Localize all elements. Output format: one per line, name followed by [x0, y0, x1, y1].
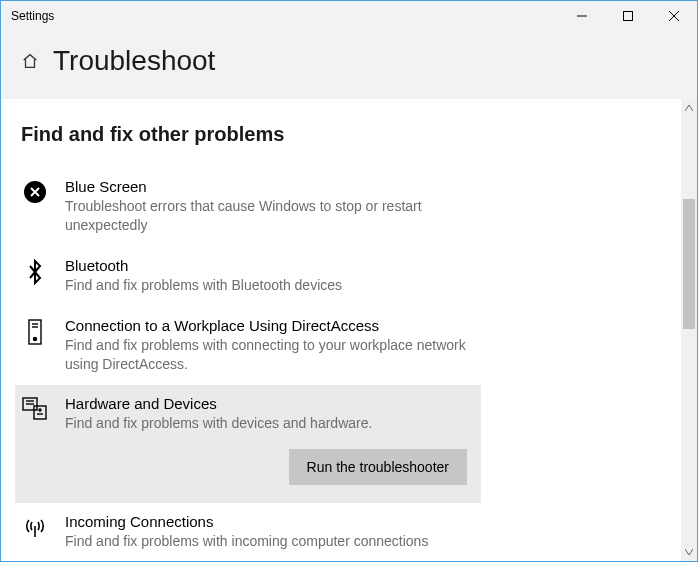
titlebar: Settings [1, 1, 697, 31]
scroll-down-button[interactable] [681, 543, 697, 561]
window-controls [559, 1, 697, 31]
maximize-icon [623, 11, 633, 21]
bluetooth-icon [21, 257, 49, 285]
item-title: Connection to a Workplace Using DirectAc… [65, 317, 467, 334]
troubleshooter-item-bluetooth[interactable]: Bluetooth Find and fix problems with Blu… [21, 247, 481, 307]
hardware-icon [21, 395, 49, 421]
close-button[interactable] [651, 1, 697, 31]
scroll-thumb[interactable] [683, 199, 695, 329]
troubleshooter-item-directaccess[interactable]: Connection to a Workplace Using DirectAc… [21, 307, 481, 386]
item-title: Blue Screen [65, 178, 467, 195]
item-title: Bluetooth [65, 257, 467, 274]
svg-rect-14 [34, 406, 46, 419]
troubleshooter-item-blue-screen[interactable]: Blue Screen Troubleshoot errors that cau… [21, 168, 481, 247]
antenna-icon [21, 513, 49, 539]
troubleshooter-item-hardware[interactable]: Hardware and Devices Find and fix proble… [15, 385, 481, 503]
minimize-button[interactable] [559, 1, 605, 31]
content-area: Find and fix other problems Blue Screen … [1, 99, 697, 561]
window-title: Settings [11, 9, 54, 23]
run-troubleshooter-button[interactable]: Run the troubleshooter [289, 449, 467, 485]
item-desc: Find and fix problems with connecting to… [65, 336, 467, 374]
blue-screen-icon [21, 178, 49, 204]
svg-point-15 [39, 409, 41, 411]
item-desc: Troubleshoot errors that cause Windows t… [65, 197, 467, 235]
server-icon [21, 317, 49, 347]
scroll-up-button[interactable] [681, 99, 697, 117]
home-icon[interactable] [21, 52, 39, 70]
scrollbar[interactable] [681, 99, 697, 561]
svg-point-10 [34, 337, 37, 340]
content-body: Find and fix other problems Blue Screen … [1, 99, 681, 561]
item-title: Hardware and Devices [65, 395, 467, 412]
page-title: Troubleshoot [53, 45, 215, 77]
troubleshooter-item-incoming[interactable]: Incoming Connections Find and fix proble… [21, 503, 481, 561]
minimize-icon [577, 11, 587, 21]
header: Troubleshoot [1, 31, 697, 99]
item-desc: Find and fix problems with devices and h… [65, 414, 467, 433]
close-icon [669, 11, 679, 21]
svg-rect-1 [624, 12, 633, 21]
section-heading: Find and fix other problems [21, 123, 681, 146]
item-desc: Find and fix problems with Bluetooth dev… [65, 276, 467, 295]
item-title: Incoming Connections [65, 513, 467, 530]
item-desc: Find and fix problems with incoming comp… [65, 532, 467, 551]
maximize-button[interactable] [605, 1, 651, 31]
